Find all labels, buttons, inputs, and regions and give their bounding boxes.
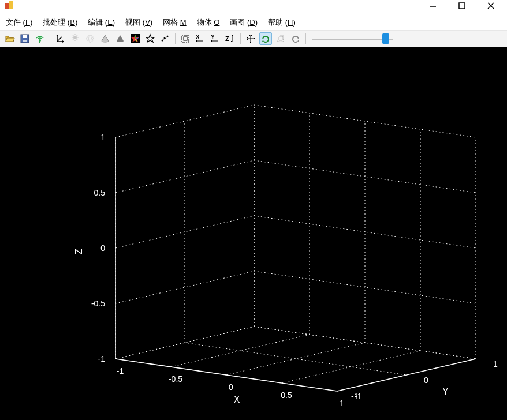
svg-text:0.5: 0.5 [281,391,292,400]
rotate-cube-icon[interactable] [274,32,287,45]
menu-edit[interactable]: 编辑 (E) [88,17,115,28]
svg-point-25 [89,35,92,42]
slider-track [312,39,393,40]
separator [50,33,50,44]
svg-text:Z: Z [225,35,229,42]
svg-rect-10 [39,41,40,43]
minimize-button[interactable] [427,0,439,12]
slider-thumb[interactable] [382,33,389,44]
menu-batch[interactable]: 批处理 (B) [43,17,77,28]
separator [305,33,306,44]
solid-cone-icon[interactable] [114,32,126,45]
menu-view[interactable]: 视图 (V) [125,17,152,28]
svg-line-67 [337,359,476,391]
svg-text:X: X [234,395,240,404]
svg-rect-3 [459,3,465,9]
svg-rect-8 [23,40,27,42]
menu-object[interactable]: 物体 O [197,17,220,28]
svg-text:-1: -1 [98,354,106,363]
maximize-button[interactable] [456,0,468,12]
svg-text:Y: Y [442,387,449,396]
svg-marker-31 [146,35,154,42]
svg-line-22 [73,39,74,40]
svg-text:-0.5: -0.5 [169,374,182,384]
svg-point-23 [87,35,94,42]
color-star-icon[interactable] [129,32,141,45]
svg-rect-36 [184,37,187,40]
broadcast-icon[interactable] [33,32,46,45]
svg-text:X: X [196,34,200,40]
toolbar: X Y Z [0,30,507,47]
scatter-line-icon[interactable] [159,32,172,45]
y-axis-icon[interactable]: Y [209,32,222,45]
svg-text:1: 1 [340,399,344,408]
svg-text:0: 0 [229,382,233,392]
3d-axes-scene: -1-0.500.51-101-1-0.500.51-1XYZ [0,47,507,420]
axes-icon[interactable] [54,32,66,45]
svg-rect-7 [23,35,27,38]
z-axis-icon[interactable]: Z [224,32,237,45]
menu-draw[interactable]: 画图 (D) [230,17,258,28]
menubar: 文件 (F) 批处理 (B) 编辑 (E) 视图 (V) 网格 M 物体 O 画… [0,15,507,30]
svg-point-24 [87,38,94,40]
svg-line-21 [77,35,78,36]
svg-point-14 [73,36,77,39]
svg-line-13 [57,37,62,42]
svg-line-43 [282,351,420,383]
svg-line-46 [185,343,407,375]
svg-rect-0 [5,3,9,9]
svg-line-20 [77,39,78,40]
svg-text:0: 0 [424,376,428,385]
svg-rect-35 [182,35,189,42]
x-axis-icon[interactable]: X [194,32,207,45]
svg-line-19 [73,35,74,36]
menu-mesh[interactable]: 网格 M [163,17,186,28]
titlebar [0,0,507,15]
svg-text:-1: -1 [351,392,359,401]
rotate-icon[interactable] [259,32,272,45]
close-button[interactable] [485,0,497,12]
svg-line-66 [115,359,337,391]
shade-cone-icon[interactable] [99,32,111,45]
light-icon[interactable] [69,32,81,45]
undo-icon[interactable] [289,32,302,45]
svg-text:Z: Z [74,249,84,254]
save-icon[interactable] [18,32,31,45]
svg-text:-0.5: -0.5 [91,299,105,308]
move-icon[interactable] [244,32,257,45]
svg-line-42 [226,343,365,375]
3d-viewport[interactable]: -1-0.500.51-101-1-0.500.51-1XYZ [0,47,507,420]
separator [175,33,176,44]
svg-text:-1: -1 [117,366,124,376]
separator [240,33,241,44]
svg-text:Y: Y [211,34,215,40]
svg-text:0: 0 [100,243,105,253]
menu-file[interactable]: 文件 (F) [6,17,32,28]
open-icon[interactable] [3,32,16,45]
svg-text:1: 1 [493,359,498,369]
zoom-slider[interactable] [312,32,393,45]
menu-help[interactable]: 帮助 (H) [268,17,296,28]
star-outline-icon[interactable] [144,32,156,45]
app-icon [5,0,14,9]
wireframe-icon[interactable] [84,32,96,45]
svg-text:1: 1 [100,133,105,142]
bbox-icon[interactable] [179,32,192,45]
svg-text:0.5: 0.5 [94,188,106,197]
svg-rect-1 [9,1,13,9]
